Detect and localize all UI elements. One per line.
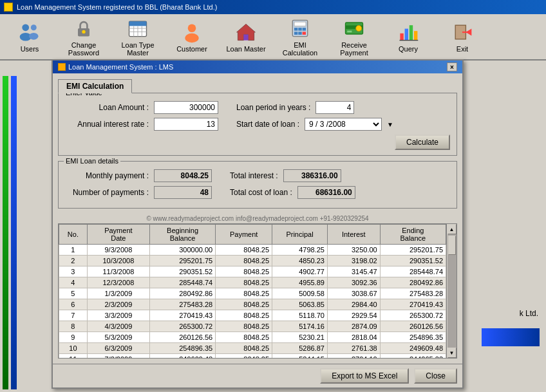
table-cell-4-3: 8048.25 xyxy=(216,288,272,299)
svg-rect-7 xyxy=(129,21,147,26)
toolbar-users-button[interactable]: Users xyxy=(4,17,55,57)
toolbar-receive-payment-button[interactable]: Receive Payment xyxy=(328,17,380,57)
receive-payment-label: Receive Payment xyxy=(330,41,378,57)
emi-table: No. PaymentDate BeginningBalance Payment… xyxy=(59,224,446,358)
monthly-payment-value xyxy=(154,169,212,182)
svg-point-0 xyxy=(22,24,29,31)
svg-rect-32 xyxy=(414,31,417,40)
scrollbar-thumb[interactable] xyxy=(448,236,456,255)
toolbar-loan-type-master-button[interactable]: Loan Type Master xyxy=(112,17,164,57)
annual-interest-label: Annual interest rate : xyxy=(65,120,149,129)
table-cell-7-2: 265300.72 xyxy=(149,321,215,332)
table-cell-0-3: 8048.25 xyxy=(216,245,272,256)
svg-rect-29 xyxy=(400,33,403,41)
bank-label: k Ltd. xyxy=(520,309,538,318)
table-cell-3-1: 12/3/2008 xyxy=(87,277,149,288)
table-cell-2-1: 11/3/2008 xyxy=(87,266,149,277)
table-row: 412/3/2008285448.748048.254955.893092.36… xyxy=(59,277,446,288)
svg-point-14 xyxy=(185,33,199,42)
toolbar-exit-button[interactable]: Exit xyxy=(437,17,488,57)
table-cell-0-6: 295201.75 xyxy=(380,245,446,256)
col-ending-balance: EndingBalance xyxy=(380,225,446,245)
table-cell-5-3: 8048.25 xyxy=(216,299,272,310)
table-cell-5-6: 270419.43 xyxy=(380,299,446,310)
svg-rect-31 xyxy=(410,25,413,40)
table-scrollbar[interactable]: ▲ ▼ xyxy=(446,224,457,358)
table-cell-6-2: 270419.43 xyxy=(149,310,215,321)
calculate-button[interactable]: Calculate xyxy=(395,135,450,150)
table-cell-8-1: 5/3/2009 xyxy=(87,332,149,343)
modal-footer: Export to MS Excel Close xyxy=(53,364,462,387)
table-cell-8-6: 254896.35 xyxy=(380,332,446,343)
table-row: 311/3/2008290351.528048.254902.773145.47… xyxy=(59,266,446,277)
start-date-label: Start date of loan : xyxy=(236,120,299,129)
table-cell-9-2: 254896.35 xyxy=(149,343,215,354)
table-row: 51/3/2009280492.868048.255009.583038.672… xyxy=(59,288,446,299)
monthly-payment-label: Monthly payment : xyxy=(65,171,149,180)
monthly-payment-row: Monthly payment : Total interest : xyxy=(65,169,450,182)
toolbar-query-button[interactable]: Query xyxy=(382,17,434,57)
svg-rect-22 xyxy=(294,32,297,35)
annual-interest-input[interactable] xyxy=(154,118,218,131)
calendar-icon xyxy=(125,17,151,40)
table-cell-9-4: 5286.87 xyxy=(272,343,328,354)
table-cell-9-3: 8048.25 xyxy=(216,343,272,354)
modal-close-button[interactable]: × xyxy=(447,62,457,71)
table-cell-3-5: 3092.36 xyxy=(327,277,380,288)
table-cell-2-6: 285448.74 xyxy=(380,266,446,277)
toolbar-loan-master-button[interactable]: Loan Master xyxy=(220,17,272,57)
table-cell-9-5: 2761.38 xyxy=(327,343,380,354)
table-cell-3-2: 285448.74 xyxy=(149,277,215,288)
start-date-select[interactable]: 9 / 3 /2008 xyxy=(305,118,382,131)
table-cell-7-5: 2874.09 xyxy=(327,321,380,332)
modal-body: EMI Calculation Enter Value Loan Amount … xyxy=(53,73,462,364)
table-cell-1-6: 290351.52 xyxy=(380,256,446,266)
table-scroll-area[interactable]: No. PaymentDate BeginningBalance Payment… xyxy=(59,224,446,358)
table-cell-4-6: 275483.28 xyxy=(380,288,446,299)
scrollbar-down-button[interactable]: ▼ xyxy=(447,348,457,358)
house-icon xyxy=(233,21,259,44)
toolbar-customer-button[interactable]: Customer xyxy=(166,17,218,57)
table-cell-6-4: 5118.70 xyxy=(272,310,328,321)
table-cell-5-5: 2984.40 xyxy=(327,299,380,310)
tab-bar: EMI Calculation xyxy=(58,79,457,93)
table-cell-0-5: 3250.00 xyxy=(327,245,380,256)
table-cell-6-0: 7 xyxy=(59,310,88,321)
toolbar-change-password-button[interactable]: Change Password xyxy=(58,17,109,57)
svg-rect-27 xyxy=(347,31,352,33)
table-cell-10-3: 8048.25 xyxy=(216,354,272,359)
svg-point-13 xyxy=(188,24,196,32)
table-row: 210/3/2008295201.758048.254850.233198.02… xyxy=(59,256,446,266)
title-bar: Loan Management System registered to BBL… xyxy=(0,0,546,14)
emi-calculation-label: EMI Calculation xyxy=(276,41,324,57)
table-cell-6-1: 3/3/2009 xyxy=(87,310,149,321)
export-excel-button[interactable]: Export to MS Excel xyxy=(320,368,409,384)
toolbar-emi-calculation-button[interactable]: EMI Calculation xyxy=(274,17,326,57)
table-cell-7-4: 5174.16 xyxy=(272,321,328,332)
svg-rect-20 xyxy=(298,28,301,31)
table-cell-6-5: 2929.54 xyxy=(327,310,380,321)
table-cell-0-1: 9/3/2008 xyxy=(87,245,149,256)
col-beginning-balance: BeginningBalance xyxy=(149,225,215,245)
scrollbar-up-button[interactable]: ▲ xyxy=(447,224,457,234)
bk-text: k Ltd. xyxy=(520,309,538,318)
emi-loan-details-section: EMI Loan details Monthly payment : Total… xyxy=(58,161,457,209)
loan-amount-input[interactable] xyxy=(154,101,218,114)
emi-table-container: No. PaymentDate BeginningBalance Payment… xyxy=(58,223,457,359)
scrollbar-track xyxy=(447,234,457,348)
tab-emi-calculation[interactable]: EMI Calculation xyxy=(58,79,132,93)
table-cell-10-4: 5344.15 xyxy=(272,354,328,359)
table-cell-9-0: 10 xyxy=(59,343,88,354)
modal-close-button-footer[interactable]: Close xyxy=(414,368,457,384)
table-cell-10-2: 249609.48 xyxy=(149,354,215,359)
loan-period-input[interactable] xyxy=(315,101,354,114)
modal-title-bar: Loan Management System : LMS × xyxy=(53,61,462,73)
table-row: 95/3/2009260126.568048.255230.212818.042… xyxy=(59,332,446,343)
table-cell-0-2: 300000.00 xyxy=(149,245,215,256)
enter-value-section: Enter Value Loan Amount : Loan period in… xyxy=(58,93,457,156)
table-cell-9-6: 249609.48 xyxy=(380,343,446,354)
num-payments-row: Number of payments : Total cost of loan … xyxy=(65,186,450,199)
table-cell-2-2: 290351.52 xyxy=(149,266,215,277)
table-cell-6-3: 8048.25 xyxy=(216,310,272,321)
table-cell-2-5: 3145.47 xyxy=(327,266,380,277)
